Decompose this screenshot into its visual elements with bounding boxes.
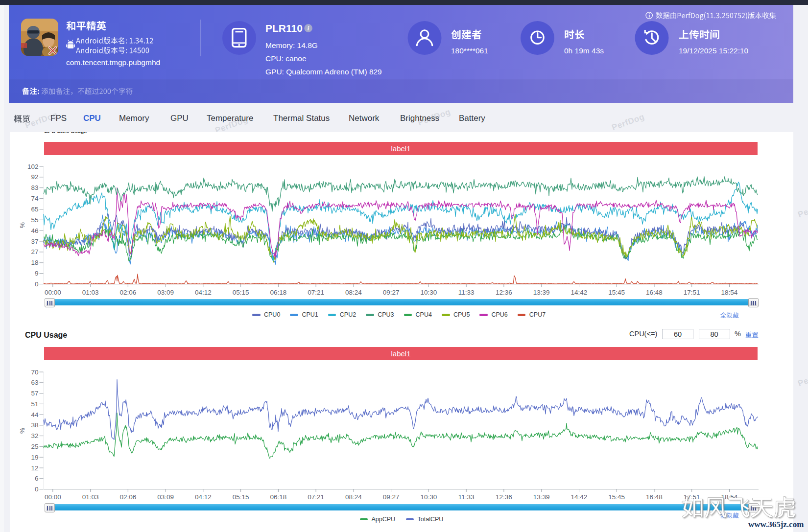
svg-text:12:36: 12:36 (496, 289, 512, 296)
svg-text:02:06: 02:06 (119, 493, 136, 501)
svg-text:19: 19 (31, 454, 38, 461)
svg-text:32: 32 (31, 432, 38, 439)
svg-text:%: % (19, 428, 26, 434)
svg-text:14:42: 14:42 (571, 493, 588, 501)
svg-text:01:03: 01:03 (82, 493, 99, 501)
svg-text:17:51: 17:51 (684, 289, 700, 296)
svg-text:09:27: 09:27 (383, 289, 400, 296)
svg-text:16:48: 16:48 (646, 493, 663, 501)
svg-text:63: 63 (31, 379, 38, 386)
svg-text:11:33: 11:33 (458, 289, 475, 296)
svg-text:i: i (308, 25, 309, 32)
svg-text:11:33: 11:33 (458, 493, 475, 501)
svg-text:03:09: 03:09 (157, 493, 174, 501)
svg-text:46: 46 (31, 227, 38, 234)
svg-text:37: 37 (31, 238, 38, 245)
svg-text:01:03: 01:03 (82, 289, 99, 296)
svg-text:15:45: 15:45 (608, 493, 625, 501)
svg-text:0: 0 (35, 280, 39, 288)
svg-text:0: 0 (35, 486, 39, 493)
svg-text:51: 51 (31, 400, 38, 408)
svg-text:00:00: 00:00 (45, 493, 61, 501)
svg-text:07:21: 07:21 (308, 493, 324, 501)
svg-text:74: 74 (31, 195, 39, 202)
svg-text:04:12: 04:12 (195, 493, 212, 501)
svg-text:07:21: 07:21 (308, 289, 324, 296)
svg-text:13:39: 13:39 (533, 289, 550, 296)
svg-text:14:42: 14:42 (571, 289, 588, 296)
svg-text:44: 44 (31, 411, 39, 418)
svg-text:25: 25 (31, 443, 38, 450)
svg-text:13:39: 13:39 (533, 493, 550, 501)
svg-text:06:18: 06:18 (270, 493, 287, 501)
svg-text:15:45: 15:45 (608, 289, 625, 296)
svg-text:06:18: 06:18 (270, 289, 287, 296)
svg-text:02:06: 02:06 (119, 289, 136, 296)
svg-text:18:54: 18:54 (721, 289, 738, 296)
svg-text:12:36: 12:36 (496, 493, 512, 501)
svg-text:55: 55 (31, 216, 38, 224)
svg-text:16:48: 16:48 (646, 289, 663, 296)
svg-text:%: % (19, 222, 26, 228)
svg-text:04:12: 04:12 (195, 289, 212, 296)
svg-text:10:30: 10:30 (421, 289, 437, 296)
svg-text:92: 92 (31, 173, 38, 181)
svg-text:00:00: 00:00 (45, 289, 61, 296)
svg-text:65: 65 (31, 206, 38, 213)
svg-text:83: 83 (31, 184, 38, 191)
svg-text:18: 18 (31, 259, 38, 266)
svg-text:03:09: 03:09 (157, 289, 174, 296)
svg-text:09:27: 09:27 (383, 493, 400, 501)
svg-text:27: 27 (31, 248, 38, 255)
svg-text:05:15: 05:15 (233, 289, 249, 296)
svg-text:57: 57 (31, 390, 38, 397)
svg-text:12: 12 (31, 464, 38, 472)
svg-text:9: 9 (35, 270, 39, 277)
svg-text:102: 102 (27, 163, 39, 170)
svg-text:08:24: 08:24 (345, 289, 362, 296)
svg-text:08:24: 08:24 (345, 493, 362, 501)
svg-text:10:30: 10:30 (421, 493, 437, 501)
svg-text:38: 38 (31, 421, 38, 429)
svg-text:70: 70 (31, 369, 38, 376)
svg-text:05:15: 05:15 (233, 493, 249, 501)
svg-text:6: 6 (35, 475, 39, 482)
